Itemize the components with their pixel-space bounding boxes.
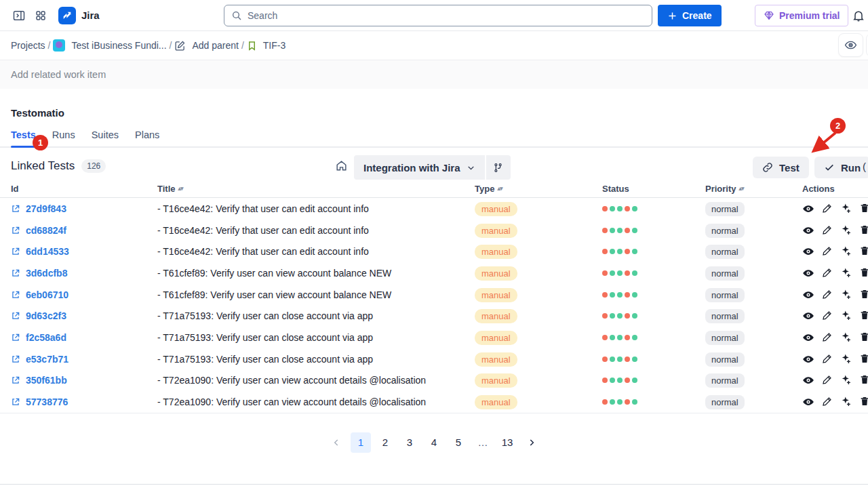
test-id-link[interactable]: e53c7b71 <box>26 354 68 365</box>
test-title: - T71a75193: Verify user can close accou… <box>157 332 475 343</box>
pagination-prev-icon[interactable] <box>326 432 347 453</box>
run-button[interactable]: Run <box>814 157 868 178</box>
ai-sparkles-icon[interactable] <box>840 203 852 215</box>
test-id-link[interactable]: 9d63c2f3 <box>26 310 66 321</box>
tab-plans[interactable]: Plans <box>135 129 159 146</box>
edit-pencil-icon[interactable] <box>822 310 833 322</box>
edit-pencil-icon[interactable] <box>822 331 833 344</box>
project-dropdown[interactable]: Integration with Jira <box>354 155 511 180</box>
ai-sparkles-icon[interactable] <box>840 224 852 237</box>
pagination-page-13[interactable]: 13 <box>497 432 517 453</box>
view-eye-icon[interactable] <box>802 396 814 408</box>
create-button[interactable]: Create <box>658 5 722 26</box>
notifications-bell-icon[interactable] <box>848 5 868 26</box>
app-switcher-icon[interactable] <box>30 5 52 26</box>
edit-pencil-icon[interactable] <box>822 374 833 386</box>
add-related-work-item-bar[interactable]: Add related work item <box>0 60 868 89</box>
sort-icon: ▴▾ <box>178 185 183 192</box>
edit-pencil-icon[interactable] <box>822 396 833 408</box>
ai-sparkles-icon[interactable] <box>840 267 852 279</box>
breadcrumb-projects[interactable]: Projects <box>11 40 45 51</box>
status-dots <box>602 313 705 319</box>
status-dot-green <box>632 399 637 405</box>
edit-pencil-icon[interactable] <box>822 245 833 258</box>
view-eye-icon[interactable] <box>802 374 814 386</box>
column-header-title[interactable]: Title▴▾ <box>157 184 475 194</box>
pagination-page-3[interactable]: 3 <box>399 432 420 453</box>
add-parent-button[interactable]: Add parent <box>174 40 239 52</box>
edit-pencil-icon[interactable] <box>822 289 833 301</box>
home-icon[interactable] <box>335 159 348 174</box>
ai-sparkles-icon[interactable] <box>840 289 852 301</box>
delete-trash-icon[interactable] <box>859 374 868 386</box>
status-dot-red <box>625 313 630 319</box>
status-dots <box>602 399 705 405</box>
branch-icon[interactable] <box>486 155 511 180</box>
view-eye-icon[interactable] <box>802 289 814 301</box>
ai-sparkles-icon[interactable] <box>840 245 852 258</box>
view-eye-icon[interactable] <box>802 310 814 322</box>
view-eye-icon[interactable] <box>802 224 814 237</box>
delete-trash-icon[interactable] <box>859 331 868 344</box>
watch-eye-button[interactable] <box>838 33 863 57</box>
sidebar-toggle-icon[interactable] <box>8 5 30 26</box>
delete-trash-icon[interactable] <box>859 396 868 408</box>
test-id-link[interactable]: 6eb06710 <box>26 289 68 300</box>
premium-trial-button[interactable]: Premium trial <box>755 5 848 26</box>
status-dot-red <box>602 335 608 340</box>
pagination-page-4[interactable]: 4 <box>424 432 444 453</box>
pagination-page-2[interactable]: 2 <box>375 432 395 453</box>
test-id-link[interactable]: 27d9f843 <box>26 203 66 214</box>
test-id-link[interactable]: 57738776 <box>26 396 68 407</box>
test-id-link[interactable]: f2c58a6d <box>26 332 66 343</box>
delete-trash-icon[interactable] <box>859 289 868 301</box>
pagination-page-1[interactable]: 1 <box>351 432 371 453</box>
test-id-link[interactable]: cd68824f <box>26 225 66 236</box>
edit-pencil-icon[interactable] <box>822 224 833 237</box>
test-id-link[interactable]: 350f61bb <box>26 375 67 386</box>
link-icon <box>762 162 773 173</box>
delete-trash-icon[interactable] <box>859 310 868 322</box>
pagination-page-5[interactable]: 5 <box>448 432 469 453</box>
column-header-actions: Actions <box>802 184 868 194</box>
column-header-priority[interactable]: Priority▴▾ <box>705 184 802 194</box>
delete-trash-icon[interactable] <box>859 267 868 279</box>
view-eye-icon[interactable] <box>802 331 814 344</box>
status-dot-red <box>602 206 608 211</box>
ai-sparkles-icon[interactable] <box>840 331 852 344</box>
delete-trash-icon[interactable] <box>859 245 868 258</box>
table-row: 57738776 - T72ea1090: Verify user can vi… <box>0 391 868 413</box>
breadcrumb-project[interactable]: Test iBusiness Fundi... <box>53 39 166 52</box>
delete-trash-icon[interactable] <box>859 203 868 215</box>
test-id-link[interactable]: 3d6dcfb8 <box>26 268 67 279</box>
edit-icon <box>174 40 186 52</box>
breadcrumb-issue[interactable]: TIF-3 <box>247 40 285 51</box>
edit-pencil-icon[interactable] <box>822 353 833 365</box>
column-header-type[interactable]: Type▴▾ <box>475 184 602 194</box>
priority-badge: normal <box>705 331 745 345</box>
tab-runs[interactable]: Runs <box>52 129 75 146</box>
status-dot-green <box>610 399 615 405</box>
pagination-next-icon[interactable] <box>521 432 542 453</box>
search-input[interactable] <box>248 10 645 21</box>
delete-trash-icon[interactable] <box>859 224 868 237</box>
view-eye-icon[interactable] <box>802 267 814 279</box>
test-id-link[interactable]: 6dd14533 <box>26 246 69 257</box>
ai-sparkles-icon[interactable] <box>840 353 852 365</box>
jira-logo[interactable]: Jira <box>58 7 100 24</box>
tab-suites[interactable]: Suites <box>92 129 119 146</box>
edit-pencil-icon[interactable] <box>822 203 833 215</box>
status-dot-green <box>632 357 637 362</box>
link-test-button[interactable]: Test <box>753 157 809 178</box>
view-eye-icon[interactable] <box>802 203 814 215</box>
ai-sparkles-icon[interactable] <box>840 396 852 408</box>
edit-pencil-icon[interactable] <box>822 267 833 279</box>
status-dots <box>602 335 705 340</box>
view-eye-icon[interactable] <box>802 353 814 365</box>
status-dot-green <box>632 249 637 254</box>
status-dots <box>602 270 705 276</box>
view-eye-icon[interactable] <box>802 245 814 258</box>
delete-trash-icon[interactable] <box>859 353 868 365</box>
ai-sparkles-icon[interactable] <box>840 374 852 386</box>
ai-sparkles-icon[interactable] <box>840 310 852 322</box>
